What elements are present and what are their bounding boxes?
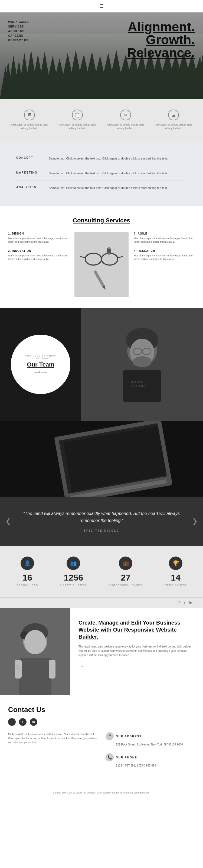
hamburger-icon[interactable]: ☰ — [99, 3, 104, 9]
quote-arrow-left[interactable]: ❮ — [5, 518, 11, 525]
address-label: OUR ADDRESS — [116, 735, 142, 738]
phone-label: OUR PHONE — [116, 756, 137, 759]
social-instagram-icon[interactable]: in — [189, 601, 192, 605]
hero-line3: Relevance. — [127, 45, 195, 60]
contact-body: Morbi convallis metus eros, semper effic… — [8, 732, 195, 774]
svg-rect-40 — [108, 247, 110, 249]
svg-text:DRAGONS: DRAGONS — [131, 384, 147, 388]
social-facebook-icon[interactable]: f — [178, 601, 179, 605]
icon-text-0: Click again or double click to start edi… — [8, 123, 51, 130]
quote-author: BRIGITTE NICOLE — [84, 529, 119, 532]
quote-section: ❮ "The mind will always remember exactly… — [0, 497, 203, 546]
consulting-block-text-2: Nec ullamcorper sit amet risus nullam eg… — [134, 237, 195, 244]
contact-address-block: 📍 OUR ADDRESS 121 Rock Street, 21 Avenue… — [106, 732, 195, 747]
hero-section: WORK CASES SERVICES ABOUT US CAREERS CON… — [0, 12, 203, 99]
stat-icon-1: 👥 — [67, 557, 80, 570]
address-icon: 📍 — [106, 732, 114, 740]
stats-section: 👤 16 SPECIALISTS 👥 1256 HAPPY CLIENTS 💼 … — [0, 546, 203, 597]
stat-label-1: HAPPY CLIENTS — [60, 584, 86, 587]
contact-phone-header: 📞 OUR PHONE — [106, 753, 195, 762]
stat-label-0: SPECIALISTS — [17, 584, 38, 587]
consulting-block-heading-1: 2. INNOVATION — [8, 249, 69, 252]
business-arrow[interactable]: → — [78, 663, 84, 669]
consulting-block-heading-0: 1. DESIGN — [8, 232, 69, 235]
consulting-section: Consulting Services 1. DESIGN Nec ullamc… — [0, 206, 203, 308]
nav-about-us[interactable]: ABOUT US — [8, 30, 29, 33]
quote-arrow-right[interactable]: ❯ — [192, 518, 198, 525]
consulting-title: Consulting Services — [8, 217, 195, 224]
consulting-block-heading-3: 4. RESEARCH — [134, 249, 195, 252]
stat-icon-3: 🏆 — [169, 557, 182, 570]
team-title: Our Team — [27, 361, 54, 368]
laptop-section — [0, 421, 203, 497]
business-title: Create, Manage and Edit Your Business We… — [78, 619, 195, 640]
hero-line2: Growth. — [146, 33, 195, 47]
contact-socials: f t in — [8, 718, 195, 726]
icons-row: 🖥 Click again or double click to start e… — [0, 99, 203, 141]
contact-address-header: 📍 OUR ADDRESS — [106, 732, 195, 740]
consulting-block-text-1: Nec ullamcorper sit amet risus nullam eg… — [8, 254, 69, 261]
svg-rect-70 — [19, 658, 51, 695]
svg-point-51 — [133, 356, 152, 367]
consulting-block-text-0: Nec ullamcorper sit amet risus nullam eg… — [8, 237, 69, 244]
hero-title: Alignment. Growth. Relevance. — [127, 21, 195, 59]
icon-circle-0: 🖥 — [24, 110, 35, 120]
icon-item-2: ✉ Click again or double click to start e… — [101, 107, 150, 132]
hero-line1: Alignment. — [128, 20, 195, 34]
consulting-left: 1. DESIGN Nec ullamcorper sit amet risus… — [8, 232, 69, 297]
icon-text-2: Click again or double click to start edi… — [104, 123, 147, 130]
stat-number-0: 16 — [17, 573, 38, 583]
svg-rect-72 — [49, 660, 55, 679]
quote-text: "The mind will always remember exactly w… — [22, 510, 181, 524]
services-table: CONCEPT Sample text. Click to select the… — [0, 141, 203, 206]
stat-number-2: 27 — [109, 573, 143, 583]
consulting-image — [74, 232, 129, 297]
business-desc: This fascinating web design is a perfect… — [78, 645, 195, 657]
footer-sample-text: Sample text. Click to select the text bo… — [8, 791, 195, 795]
svg-point-49 — [137, 329, 147, 338]
service-row-2: ANALYTICS Sample text. Click to select t… — [16, 181, 187, 195]
consulting-right: 3. AGILE Nec ullamcorper sit amet risus … — [134, 232, 195, 297]
team-subtitle: YOU NEED TO KNOW SOMETHING — [16, 355, 65, 360]
contact-social-facebook[interactable]: f — [8, 718, 16, 726]
stat-label-2: SUCCESSFUL CASES — [109, 584, 143, 587]
nav-contact-us[interactable]: CONTACT US — [8, 39, 29, 42]
team-circle: YOU NEED TO KNOW SOMETHING Our Team read… — [11, 335, 70, 394]
contact-right: 📍 OUR ADDRESS 121 Rock Street, 21 Avenue… — [106, 732, 195, 774]
icon-text-3: Click again or double click to start edi… — [152, 123, 195, 130]
stat-icon-0: 👤 — [21, 557, 34, 570]
business-left — [0, 608, 70, 695]
phone-text: 1 (234) 567-891, 1 (234) 987-654 — [116, 764, 195, 768]
business-section: Create, Manage and Edit Your Business We… — [0, 608, 203, 695]
contact-title: Contact Us — [8, 706, 195, 714]
svg-text:IMAGINE: IMAGINE — [131, 380, 144, 384]
consulting-block-3: 4. RESEARCH Nec ullamcorper sit amet ris… — [134, 249, 195, 261]
svg-rect-31 — [74, 232, 129, 297]
nav-bar: ☰ — [0, 0, 203, 12]
stat-number-3: 14 — [165, 573, 186, 583]
team-left: YOU NEED TO KNOW SOMETHING Our Team read… — [0, 308, 81, 421]
consulting-block-text-3: Nec ullamcorper sit amet risus nullam eg… — [134, 254, 195, 261]
contact-social-twitter[interactable]: t — [19, 718, 27, 726]
team-read-more[interactable]: read more — [34, 371, 47, 374]
social-tumblr-icon[interactable]: t — [197, 601, 198, 605]
nav-services[interactable]: SERVICES — [8, 25, 29, 28]
service-row-1: MARKETING Sample text. Click to select t… — [16, 166, 187, 181]
icon-circle-3: ☁ — [168, 110, 179, 120]
contact-phone-block: 📞 OUR PHONE 1 (234) 567-891, 1 (234) 987… — [106, 753, 195, 768]
service-desc-2: Sample text. Click to select the text bo… — [49, 186, 187, 191]
social-twitter-icon[interactable]: t — [184, 601, 185, 605]
footer-section: Sample text. Click to select the text bo… — [0, 785, 203, 800]
contact-social-instagram[interactable]: in — [30, 718, 37, 726]
icon-circle-2: ✉ — [120, 110, 131, 120]
consulting-block-heading-2: 3. AGILE — [134, 232, 195, 235]
nav-careers[interactable]: CAREERS — [8, 34, 29, 37]
business-right: Create, Manage and Edit Your Business We… — [70, 608, 203, 695]
service-label-2: ANALYTICS — [16, 186, 49, 191]
social-row: f t in t — [0, 597, 203, 608]
stat-item-0: 👤 16 SPECIALISTS — [17, 557, 38, 587]
stat-item-1: 👥 1256 HAPPY CLIENTS — [60, 557, 86, 587]
nav-work-cases[interactable]: WORK CASES — [8, 21, 29, 24]
address-text: 121 Rock Street, 21 Avenue, New York, NY… — [116, 743, 195, 747]
team-section: YOU NEED TO KNOW SOMETHING Our Team read… — [0, 308, 203, 421]
